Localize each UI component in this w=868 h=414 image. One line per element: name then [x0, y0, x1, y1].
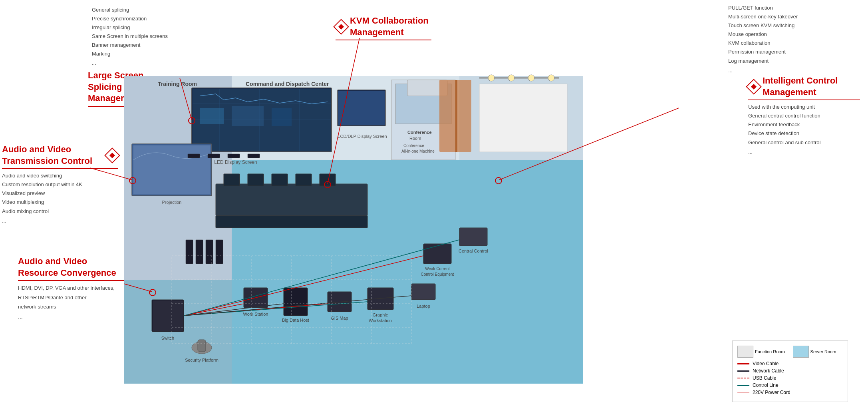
- intelligent-control-label: Intelligent Control Management: [763, 75, 860, 98]
- feature-item: Device state detection: [748, 129, 860, 138]
- laptop-box: [411, 284, 435, 300]
- av-transmission-feature-list: Audio and video switching Custom resolut…: [2, 171, 118, 225]
- media-ctrl1: [186, 240, 193, 264]
- proj-bg: [133, 145, 210, 194]
- wall-eq1: [188, 154, 200, 158]
- wall-eq3: [228, 154, 240, 158]
- monitor3: [272, 174, 288, 186]
- panel-large-screen-title: Large Screen Splicing Management: [88, 70, 192, 109]
- server-room-legend: Server Room: [793, 346, 836, 358]
- marker-av-trans: [129, 177, 136, 184]
- feature-item: PULL/GET function: [728, 4, 848, 12]
- weak-current-label2: Control Equipment: [421, 272, 454, 277]
- proj-line: [133, 153, 209, 160]
- projection-screen: [132, 144, 212, 196]
- av-resource-diamond-icon: [128, 259, 144, 275]
- large-screen-splicing-title: Large Screen Splicing Management: [88, 70, 192, 107]
- video-cable-legend: Video Cable: [737, 361, 843, 366]
- network-cable-legend: Network Cable: [737, 368, 843, 374]
- back-wall: [124, 76, 583, 160]
- map-block2: [232, 106, 264, 126]
- panel-av-transmission: Audio and Video Transmission Control Aud…: [2, 144, 118, 225]
- feature-item: Mouse operation: [728, 30, 848, 39]
- feature-item-ellipsis: ...: [18, 312, 142, 322]
- cable-line4: [184, 302, 367, 316]
- gis-label: GIS Map: [331, 316, 348, 320]
- feature-item: Visualized preview: [2, 189, 118, 198]
- conference-screen: [395, 84, 451, 124]
- switch-box: [152, 300, 184, 332]
- control-line-color: [737, 385, 749, 386]
- floor: [124, 160, 583, 384]
- conference-room-box: [391, 80, 455, 160]
- connector-kvm: [328, 38, 360, 184]
- light4: [548, 75, 554, 81]
- desk-front: [216, 216, 367, 228]
- function-room-legend: Function Room: [737, 346, 785, 358]
- server-room-box: [793, 346, 809, 358]
- control-line-legend: Control Line: [737, 382, 843, 388]
- weak-current-box: [423, 244, 451, 264]
- panel-top-features: General splicing Precise synchronization…: [92, 4, 204, 68]
- feature-item-ellipsis: ...: [2, 217, 118, 225]
- media-ctrl3: [206, 240, 213, 264]
- av-resource-label: Audio and Video Resource Convergence: [18, 256, 127, 279]
- feature-item: Irregular splicing: [92, 23, 204, 32]
- feature-item-ellipsis: ...: [748, 148, 860, 157]
- feature-item: Environment feedback: [748, 120, 860, 129]
- light3: [528, 75, 534, 81]
- network-cable-label: Network Cable: [753, 368, 784, 374]
- large-screen-feature-list: General splicing Precise synchronization…: [92, 6, 204, 68]
- feature-item: KVM collaboration: [728, 39, 848, 48]
- feature-item: HDMI, DVI, DP, VGA and other interfaces,: [18, 283, 142, 293]
- av-resource-title: Audio and Video Resource Convergence: [18, 256, 142, 281]
- feature-item: network streams: [18, 302, 142, 311]
- feature-item: Log management: [728, 57, 848, 66]
- led-label: LED Display Screen: [214, 159, 257, 165]
- panel-kvm-title: KVM Collaboration Management: [336, 15, 431, 43]
- cable-grid: [172, 256, 411, 344]
- feature-item: Audio and video switching: [2, 171, 118, 180]
- laptop-label: Laptop: [417, 304, 430, 309]
- monitor4: [296, 174, 312, 186]
- marker-intelligent: [495, 177, 502, 184]
- desk-main: [216, 184, 367, 216]
- led-screen: [192, 88, 332, 152]
- feature-item-ellipsis: ...: [728, 66, 848, 75]
- large-screen-splicing-label: Large Screen Splicing Management: [88, 70, 177, 104]
- kvm-diamond-icon: [333, 19, 349, 35]
- feature-item: Permission management: [728, 48, 848, 56]
- feature-item: Video multiplexing: [2, 198, 118, 207]
- projection-label: Projection: [162, 200, 182, 205]
- media-ctrl2: [196, 240, 203, 264]
- cable-line5: [184, 296, 411, 316]
- graphic-label2: Workstation: [369, 318, 392, 323]
- feature-item: General splicing: [92, 6, 204, 14]
- monitor5: [320, 174, 336, 186]
- projection-content: [133, 145, 211, 195]
- feature-item: Banner management: [92, 41, 204, 50]
- switch-label: Switch: [161, 336, 174, 340]
- power-cord-label: 220V Power Cord: [753, 390, 791, 395]
- power-cord-legend: 220V Power Cord: [737, 390, 843, 395]
- power-cord-color: [737, 392, 749, 393]
- intelligent-control-feature-list: Used with the computing unit General cen…: [748, 103, 860, 157]
- wall-eq2: [208, 154, 220, 158]
- av-transmission-diamond-icon: [104, 147, 120, 163]
- lcd-screen: [338, 90, 385, 126]
- av-transmission-label: Audio and Video Transmission Control: [2, 144, 103, 167]
- marker-av-resource: [149, 289, 156, 296]
- intelligent-control-diamond-icon: [746, 79, 762, 95]
- central-control-box: [459, 228, 487, 246]
- cable-line1: [184, 304, 244, 316]
- connector-intelligent: [499, 108, 679, 180]
- video-cable-color: [737, 363, 749, 364]
- usb-cable-color: [737, 378, 749, 379]
- feature-item: Touch screen KVM switching: [728, 21, 848, 30]
- cable-line7: [184, 240, 459, 316]
- lcd-label: LCD/DLP Display Screen: [338, 134, 387, 139]
- right-wall: [459, 76, 583, 384]
- network-cable-color: [737, 370, 749, 372]
- kvm-feature-list: PULL/GET function Multi-screen one-key t…: [728, 4, 848, 75]
- video-cable-label: Video Cable: [753, 361, 779, 366]
